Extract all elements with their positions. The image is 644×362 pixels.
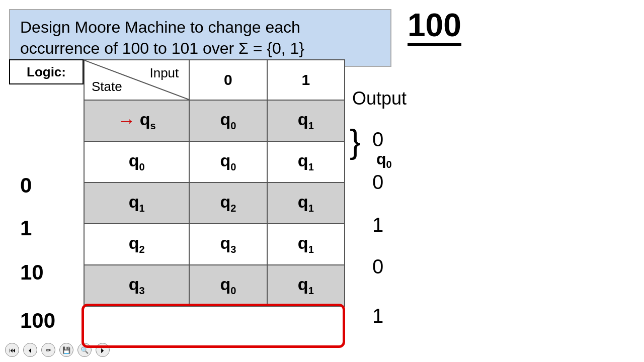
table-header-row: Input State 0 1 bbox=[84, 60, 345, 100]
next-state-q3-0: q0 bbox=[189, 265, 267, 306]
state-cell-q1: q1 bbox=[84, 183, 189, 224]
title-line2: occurrence of 100 to 101 over Σ = {0, 1} bbox=[20, 39, 304, 57]
left-label-0: 0 bbox=[20, 173, 32, 198]
title-line1: Design Moore Machine to change each bbox=[20, 18, 300, 36]
logic-label: Logic: bbox=[9, 59, 84, 84]
state-cell-q0: q0 bbox=[84, 141, 189, 183]
left-label-100: 100 bbox=[20, 309, 55, 333]
next-state-q0-0: q0 bbox=[189, 141, 267, 183]
state-cell-qs: → qs bbox=[84, 100, 189, 141]
header-state-label: State bbox=[92, 79, 122, 95]
title-box: Design Moore Machine to change each occu… bbox=[9, 9, 391, 67]
bottom-controls: ⏮ ⏴ ✏ 💾 🔍 ⏵ bbox=[5, 343, 110, 357]
output-val-qs: 0 bbox=[372, 128, 383, 151]
control-play[interactable]: ⏵ bbox=[96, 343, 110, 357]
display-number: 100 bbox=[408, 9, 461, 46]
table-row-q3: q3 q0 q1 bbox=[84, 265, 345, 306]
next-state-q2-0: q3 bbox=[189, 224, 267, 265]
state-qs: qs bbox=[140, 110, 156, 132]
control-save[interactable]: 💾 bbox=[59, 343, 73, 357]
output-val-q0: 0 bbox=[372, 171, 383, 194]
table-row-q1: q1 q2 q1 bbox=[84, 183, 345, 224]
next-state-qs-0: q0 bbox=[189, 100, 267, 141]
next-state-q2-1: q1 bbox=[267, 224, 345, 265]
next-state-qs-1: q1 bbox=[267, 100, 345, 141]
control-zoom[interactable]: 🔍 bbox=[77, 343, 92, 357]
next-state-q1-1: q1 bbox=[267, 183, 345, 224]
next-state-q1-0: q2 bbox=[189, 183, 267, 224]
q0-bracket: } bbox=[350, 125, 361, 158]
header-col-1: 1 bbox=[267, 60, 345, 100]
output-val-q2: 0 bbox=[372, 255, 383, 278]
output-val-q3: 1 bbox=[372, 305, 383, 327]
next-state-q0-1: q1 bbox=[267, 141, 345, 183]
output-label: Output bbox=[352, 88, 407, 109]
header-col-0: 0 bbox=[189, 60, 267, 100]
table-row-qs: → qs q0 q1 bbox=[84, 100, 345, 141]
control-rewind[interactable]: ⏮ bbox=[5, 343, 19, 357]
table-row-q0: q0 q0 q1 bbox=[84, 141, 345, 183]
next-state-q3-1: q1 bbox=[267, 265, 345, 306]
highlight-border bbox=[82, 304, 345, 348]
left-label-1: 1 bbox=[20, 216, 32, 240]
state-cell-q3: q3 bbox=[84, 265, 189, 306]
state-cell-q2: q2 bbox=[84, 224, 189, 265]
state-table: Input State 0 1 → qs q0 q1 q0 q0 q1 q bbox=[84, 59, 345, 307]
control-back[interactable]: ⏴ bbox=[23, 343, 37, 357]
header-input-label: Input bbox=[149, 65, 179, 81]
output-val-q1: 1 bbox=[372, 214, 383, 236]
control-edit[interactable]: ✏ bbox=[41, 343, 55, 357]
start-arrow: → bbox=[118, 110, 136, 131]
q0-annotation: q0 bbox=[376, 150, 392, 170]
header-input-state-cell: Input State bbox=[84, 60, 189, 100]
left-label-10: 10 bbox=[20, 260, 44, 285]
table-row-q2: q2 q3 q1 bbox=[84, 224, 345, 265]
